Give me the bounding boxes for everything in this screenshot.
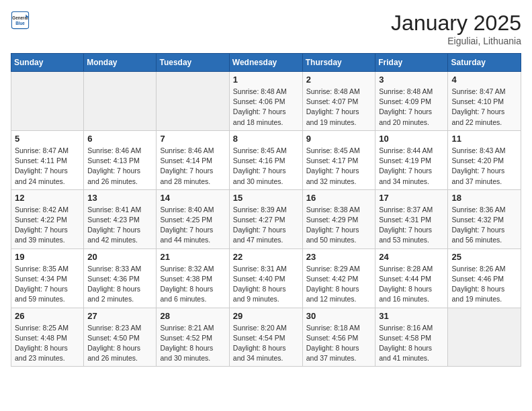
calendar-cell: 25Sunrise: 8:26 AM Sunset: 4:46 PM Dayli… bbox=[448, 248, 521, 308]
day-info: Sunrise: 8:42 AM Sunset: 4:22 PM Dayligh… bbox=[15, 205, 80, 246]
day-number: 14 bbox=[160, 193, 225, 203]
day-info: Sunrise: 8:28 AM Sunset: 4:44 PM Dayligh… bbox=[379, 264, 444, 305]
calendar-cell: 13Sunrise: 8:41 AM Sunset: 4:23 PM Dayli… bbox=[84, 189, 157, 248]
day-info: Sunrise: 8:29 AM Sunset: 4:42 PM Dayligh… bbox=[306, 264, 372, 305]
calendar-cell: 18Sunrise: 8:36 AM Sunset: 4:32 PM Dayli… bbox=[448, 189, 521, 248]
day-info: Sunrise: 8:47 AM Sunset: 4:11 PM Dayligh… bbox=[15, 146, 80, 187]
day-number: 2 bbox=[306, 75, 372, 85]
weekday-header-saturday: Saturday bbox=[448, 54, 521, 72]
calendar-week-row: 12Sunrise: 8:42 AM Sunset: 4:22 PM Dayli… bbox=[11, 189, 521, 248]
page-header: General Blue January 2025 Eiguliai, Lith… bbox=[11, 11, 521, 46]
calendar-week-row: 1Sunrise: 8:48 AM Sunset: 4:06 PM Daylig… bbox=[11, 72, 521, 131]
day-info: Sunrise: 8:25 AM Sunset: 4:48 PM Dayligh… bbox=[15, 323, 80, 364]
calendar-cell: 24Sunrise: 8:28 AM Sunset: 4:44 PM Dayli… bbox=[375, 248, 448, 308]
calendar-cell: 1Sunrise: 8:48 AM Sunset: 4:06 PM Daylig… bbox=[229, 72, 302, 131]
calendar-cell: 26Sunrise: 8:25 AM Sunset: 4:48 PM Dayli… bbox=[11, 308, 84, 367]
weekday-header-row: SundayMondayTuesdayWednesdayThursdayFrid… bbox=[11, 54, 521, 72]
day-number: 13 bbox=[87, 193, 152, 203]
calendar-cell: 29Sunrise: 8:20 AM Sunset: 4:54 PM Dayli… bbox=[229, 308, 302, 367]
calendar-cell bbox=[448, 308, 521, 367]
day-number: 5 bbox=[15, 134, 80, 144]
logo: General Blue bbox=[11, 11, 30, 30]
day-number: 6 bbox=[87, 134, 152, 144]
weekday-header-wednesday: Wednesday bbox=[229, 54, 302, 72]
weekday-header-monday: Monday bbox=[84, 54, 157, 72]
calendar-cell: 8Sunrise: 8:45 AM Sunset: 4:16 PM Daylig… bbox=[229, 130, 302, 189]
day-number: 7 bbox=[160, 134, 225, 144]
calendar-cell: 12Sunrise: 8:42 AM Sunset: 4:22 PM Dayli… bbox=[11, 189, 84, 248]
day-number: 20 bbox=[87, 252, 152, 262]
weekday-header-tuesday: Tuesday bbox=[157, 54, 229, 72]
day-info: Sunrise: 8:39 AM Sunset: 4:27 PM Dayligh… bbox=[233, 205, 299, 246]
calendar-cell: 22Sunrise: 8:31 AM Sunset: 4:40 PM Dayli… bbox=[229, 248, 302, 308]
calendar-cell: 28Sunrise: 8:21 AM Sunset: 4:52 PM Dayli… bbox=[157, 308, 229, 367]
calendar-cell: 4Sunrise: 8:47 AM Sunset: 4:10 PM Daylig… bbox=[448, 72, 521, 131]
day-number: 22 bbox=[233, 252, 299, 262]
calendar-week-row: 19Sunrise: 8:35 AM Sunset: 4:34 PM Dayli… bbox=[11, 248, 521, 308]
calendar-cell: 16Sunrise: 8:38 AM Sunset: 4:29 PM Dayli… bbox=[302, 189, 375, 248]
day-number: 27 bbox=[87, 311, 152, 321]
day-info: Sunrise: 8:48 AM Sunset: 4:09 PM Dayligh… bbox=[379, 87, 444, 128]
calendar-cell bbox=[84, 72, 157, 131]
logo-icon: General Blue bbox=[11, 11, 30, 30]
calendar-cell: 10Sunrise: 8:44 AM Sunset: 4:19 PM Dayli… bbox=[375, 130, 448, 189]
weekday-header-sunday: Sunday bbox=[11, 54, 84, 72]
svg-text:Blue: Blue bbox=[15, 21, 25, 26]
day-number: 1 bbox=[233, 75, 299, 85]
calendar-cell: 14Sunrise: 8:40 AM Sunset: 4:25 PM Dayli… bbox=[157, 189, 229, 248]
day-info: Sunrise: 8:23 AM Sunset: 4:50 PM Dayligh… bbox=[87, 323, 152, 364]
day-info: Sunrise: 8:20 AM Sunset: 4:54 PM Dayligh… bbox=[233, 323, 299, 364]
calendar-cell: 21Sunrise: 8:32 AM Sunset: 4:38 PM Dayli… bbox=[157, 248, 229, 308]
calendar-cell bbox=[11, 72, 84, 131]
day-number: 26 bbox=[15, 311, 80, 321]
day-number: 29 bbox=[233, 311, 299, 321]
day-info: Sunrise: 8:44 AM Sunset: 4:19 PM Dayligh… bbox=[379, 146, 444, 187]
title-block: January 2025 Eiguliai, Lithuania bbox=[391, 11, 521, 46]
day-number: 12 bbox=[15, 193, 80, 203]
calendar-cell: 9Sunrise: 8:45 AM Sunset: 4:17 PM Daylig… bbox=[302, 130, 375, 189]
day-info: Sunrise: 8:18 AM Sunset: 4:56 PM Dayligh… bbox=[306, 323, 372, 364]
calendar-cell: 2Sunrise: 8:48 AM Sunset: 4:07 PM Daylig… bbox=[302, 72, 375, 131]
day-info: Sunrise: 8:31 AM Sunset: 4:40 PM Dayligh… bbox=[233, 264, 299, 305]
calendar-cell bbox=[157, 72, 229, 131]
day-info: Sunrise: 8:48 AM Sunset: 4:07 PM Dayligh… bbox=[306, 87, 372, 128]
day-info: Sunrise: 8:26 AM Sunset: 4:46 PM Dayligh… bbox=[451, 264, 517, 305]
calendar-cell: 7Sunrise: 8:46 AM Sunset: 4:14 PM Daylig… bbox=[157, 130, 229, 189]
calendar-cell: 11Sunrise: 8:43 AM Sunset: 4:20 PM Dayli… bbox=[448, 130, 521, 189]
calendar-cell: 27Sunrise: 8:23 AM Sunset: 4:50 PM Dayli… bbox=[84, 308, 157, 367]
month-title: January 2025 bbox=[391, 11, 521, 36]
day-number: 23 bbox=[306, 252, 372, 262]
calendar-cell: 31Sunrise: 8:16 AM Sunset: 4:58 PM Dayli… bbox=[375, 308, 448, 367]
day-info: Sunrise: 8:47 AM Sunset: 4:10 PM Dayligh… bbox=[451, 87, 517, 128]
day-info: Sunrise: 8:16 AM Sunset: 4:58 PM Dayligh… bbox=[379, 323, 444, 364]
day-info: Sunrise: 8:37 AM Sunset: 4:31 PM Dayligh… bbox=[379, 205, 444, 246]
calendar-table: SundayMondayTuesdayWednesdayThursdayFrid… bbox=[11, 53, 521, 367]
day-info: Sunrise: 8:46 AM Sunset: 4:13 PM Dayligh… bbox=[87, 146, 152, 187]
day-info: Sunrise: 8:36 AM Sunset: 4:32 PM Dayligh… bbox=[451, 205, 517, 246]
day-number: 16 bbox=[306, 193, 372, 203]
day-info: Sunrise: 8:35 AM Sunset: 4:34 PM Dayligh… bbox=[15, 264, 80, 305]
calendar-cell: 20Sunrise: 8:33 AM Sunset: 4:36 PM Dayli… bbox=[84, 248, 157, 308]
day-info: Sunrise: 8:45 AM Sunset: 4:16 PM Dayligh… bbox=[233, 146, 299, 187]
day-number: 25 bbox=[451, 252, 517, 262]
day-info: Sunrise: 8:32 AM Sunset: 4:38 PM Dayligh… bbox=[160, 264, 225, 305]
day-number: 31 bbox=[379, 311, 444, 321]
day-info: Sunrise: 8:40 AM Sunset: 4:25 PM Dayligh… bbox=[160, 205, 225, 246]
calendar-week-row: 5Sunrise: 8:47 AM Sunset: 4:11 PM Daylig… bbox=[11, 130, 521, 189]
calendar-cell: 3Sunrise: 8:48 AM Sunset: 4:09 PM Daylig… bbox=[375, 72, 448, 131]
day-info: Sunrise: 8:41 AM Sunset: 4:23 PM Dayligh… bbox=[87, 205, 152, 246]
calendar-cell: 5Sunrise: 8:47 AM Sunset: 4:11 PM Daylig… bbox=[11, 130, 84, 189]
weekday-header-friday: Friday bbox=[375, 54, 448, 72]
day-number: 4 bbox=[451, 75, 517, 85]
day-number: 9 bbox=[306, 134, 372, 144]
calendar-cell: 15Sunrise: 8:39 AM Sunset: 4:27 PM Dayli… bbox=[229, 189, 302, 248]
day-number: 15 bbox=[233, 193, 299, 203]
day-number: 10 bbox=[379, 134, 444, 144]
day-number: 8 bbox=[233, 134, 299, 144]
day-number: 3 bbox=[379, 75, 444, 85]
calendar-cell: 19Sunrise: 8:35 AM Sunset: 4:34 PM Dayli… bbox=[11, 248, 84, 308]
day-info: Sunrise: 8:33 AM Sunset: 4:36 PM Dayligh… bbox=[87, 264, 152, 305]
day-info: Sunrise: 8:21 AM Sunset: 4:52 PM Dayligh… bbox=[160, 323, 225, 364]
day-number: 24 bbox=[379, 252, 444, 262]
day-number: 18 bbox=[451, 193, 517, 203]
